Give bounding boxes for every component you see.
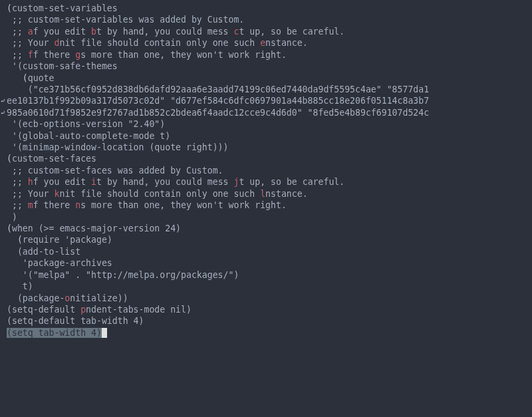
current-line[interactable]: (setq tab-width 4) — [0, 327, 532, 339]
code-line[interactable]: ;; Your dnit file should contain only on… — [0, 37, 532, 49]
code-text: ;; custom-set-faces was added by Custom. — [12, 166, 223, 176]
code-text: ;; — [12, 27, 28, 37]
code-text: nit file should contain only one such — [59, 189, 260, 199]
ace-jump-hint: h — [28, 177, 33, 187]
code-text: (setq-default — [7, 305, 80, 315]
code-text: ( — [7, 223, 12, 233]
code-text: f you edit — [33, 177, 91, 187]
code-line[interactable]: '(global-auto-complete-mode t) — [0, 130, 532, 142]
code-line[interactable]: ;; af you edit bt by hand, you could mes… — [0, 26, 532, 37]
code-text: f you edit — [33, 27, 91, 37]
code-line[interactable]: ) — [0, 211, 532, 223]
code-text: 'package-archives — [23, 258, 112, 268]
code-text: nitialize)) — [70, 293, 128, 303]
code-text: custom-set-variables — [12, 3, 118, 13]
code-text: (>= emacs-major-version 24) — [33, 223, 181, 233]
code-line[interactable]: ;; custom-set-faces was added by Custom. — [0, 165, 532, 176]
code-line[interactable]: (setq-default tab-width 4) — [0, 315, 532, 327]
ace-jump-hint: b — [91, 27, 96, 37]
code-text: require — [23, 235, 60, 245]
code-text: f there — [33, 200, 76, 210]
code-line[interactable]: (custom-set-variables — [0, 3, 532, 14]
code-text: quote — [28, 73, 55, 83]
code-text: ("ce371b56cf0952d838db6dafd92aaa6e3aadd7… — [28, 84, 429, 94]
wrap-indicator-icon: ⤶ — [0, 96, 5, 103]
code-text: t up, so be careful. — [239, 177, 344, 187]
code-text: (package- — [17, 293, 65, 303]
ace-jump-hint: i — [91, 177, 96, 187]
ace-jump-hint: e — [260, 38, 265, 48]
code-text: (add-to-list — [17, 247, 80, 257]
code-text: nstance. — [265, 189, 308, 199]
text-cursor — [102, 328, 107, 338]
code-line[interactable]: '(minimap-window-location (quote right))… — [0, 142, 532, 153]
ace-jump-hint: p — [80, 305, 86, 315]
code-line[interactable]: ;; custom-set-variables was added by Cus… — [0, 14, 532, 25]
code-line[interactable]: '("melpa" . "http://melpa.org/packages/"… — [0, 269, 532, 281]
code-text: ndent-tabs-mode nil) — [86, 305, 192, 315]
ace-jump-hint: l — [260, 189, 265, 199]
code-text: custom-set-faces — [12, 154, 96, 164]
code-text: (setq-default tab-width 4) — [7, 316, 144, 326]
code-line[interactable]: ;; hf you edit it by hand, you could mes… — [0, 176, 532, 188]
wrap-indicator-icon: ⤶ — [0, 108, 5, 115]
code-line[interactable]: (package-onitialize)) — [0, 293, 532, 304]
code-text: '(ecb-options-version "2.40") — [12, 119, 165, 129]
code-text: s more than one, they won't work right. — [80, 50, 287, 60]
ace-jump-hint: a — [28, 27, 33, 37]
code-text: ;; — [12, 177, 28, 187]
code-line[interactable]: ("ce371b56cf0952d838db6dafd92aaa6e3aadd7… — [0, 84, 532, 95]
code-text: ;; — [12, 50, 28, 60]
code-line[interactable]: '(custom-safe-themes — [0, 61, 532, 72]
ace-jump-hint: f — [28, 50, 33, 60]
code-editor[interactable]: (custom-set-variables ;; custom-set-vari… — [0, 0, 532, 339]
code-text: t by hand, you could mess — [96, 177, 233, 187]
code-text: 'package) — [59, 235, 112, 245]
paren-open: ( — [7, 328, 12, 338]
code-text: ;; Your — [12, 189, 55, 199]
code-line[interactable]: ;; Your knit file should contain only on… — [0, 188, 532, 200]
code-line[interactable]: (require 'package) — [0, 234, 532, 245]
code-line[interactable]: ;; ff there gs more than one, they won't… — [0, 49, 532, 61]
code-text: '(global-auto-complete-mode t) — [12, 131, 170, 141]
code-text: when — [12, 223, 33, 233]
code-text: '(minimap-window-location (quote right))… — [12, 142, 229, 152]
code-text: t) — [23, 281, 33, 291]
code-text: f there — [33, 50, 76, 60]
code-line[interactable]: (quote — [0, 72, 532, 84]
code-text: setq tab-width 4 — [12, 328, 96, 338]
ace-jump-hint: m — [28, 200, 33, 210]
code-text: '(custom-safe-themes — [12, 61, 118, 71]
code-line[interactable]: (when (>= emacs-major-version 24) — [0, 223, 532, 234]
code-line[interactable]: 'package-archives — [0, 257, 532, 269]
code-text: ) — [12, 212, 17, 222]
code-text: ;; Your — [12, 38, 55, 48]
code-line[interactable]: ⤶ee10137b1f992b09a317d5073c02d" "d677ef5… — [0, 95, 532, 106]
code-line[interactable]: ;; mf there ns more than one, they won't… — [0, 200, 532, 211]
code-line[interactable]: (add-to-list — [0, 246, 532, 257]
code-text: s more than one, they won't work right. — [80, 200, 287, 210]
code-text: ( — [23, 73, 28, 83]
code-line[interactable]: (setq-default pndent-tabs-mode nil) — [0, 304, 532, 315]
code-text: '("melpa" . "http://melpa.org/packages/"… — [23, 270, 239, 280]
code-text: ( — [7, 3, 12, 13]
code-text: ;; — [12, 200, 28, 210]
code-text: 985a0610d71f9852e9f2767ad1b852c2bdea6f4a… — [7, 108, 429, 118]
current-line-highlight: (setq tab-width 4) — [7, 328, 102, 338]
code-text: ( — [17, 235, 23, 245]
code-line[interactable]: ⤶985a0610d71f9852e9f2767ad1b852c2bdea6f4… — [0, 107, 532, 118]
code-line[interactable]: (custom-set-faces — [0, 153, 532, 164]
code-line[interactable]: '(ecb-options-version "2.40") — [0, 118, 532, 130]
code-text: ee10137b1f992b09a317d5073c02d" "d677ef58… — [7, 96, 429, 106]
code-text: t up, so be careful. — [239, 27, 344, 37]
code-text: nstance. — [265, 38, 308, 48]
code-text: ;; custom-set-variables was added by Cus… — [12, 15, 244, 25]
code-text: nit file should contain only one such — [59, 38, 260, 48]
code-line[interactable]: t) — [0, 281, 532, 292]
code-text: t by hand, you could mess — [96, 27, 233, 37]
paren-close: ) — [96, 328, 102, 338]
code-text: ( — [7, 154, 12, 164]
